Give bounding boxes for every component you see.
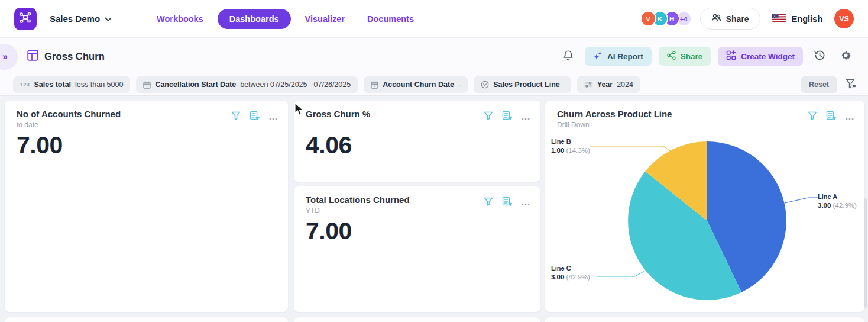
- widget-subtitle: YTD: [306, 207, 475, 215]
- next-row-widget-peek: [294, 317, 540, 322]
- pie-chart[interactable]: Line B 1.00 (14.3%) Line A 3.00 (42.9%) …: [545, 101, 864, 312]
- share-dashboard-button[interactable]: Share: [700, 8, 760, 30]
- filter-chip-sales-product-line[interactable]: Sales Product Line: [474, 76, 571, 93]
- widget-filter-button[interactable]: [484, 111, 493, 122]
- settings-button[interactable]: [836, 47, 855, 66]
- people-icon: [711, 14, 721, 24]
- widget-filter-button[interactable]: [484, 197, 493, 208]
- collaborator-avatars[interactable]: V K H +4: [640, 11, 692, 27]
- vertical-scrollbar[interactable]: [864, 198, 867, 308]
- dashboard-icon: [27, 50, 38, 63]
- filter-label: Year: [597, 80, 613, 89]
- notifications-button[interactable]: [559, 47, 578, 66]
- funnel-icon: [231, 111, 241, 122]
- create-widget-label: Create Widget: [741, 52, 795, 61]
- bell-icon: [563, 50, 574, 63]
- widget-value: 7.00: [17, 131, 63, 159]
- widget-filter-button[interactable]: [231, 111, 241, 122]
- next-row-widget-peek: [545, 317, 864, 322]
- dashboard-canvas: No of Accounts Churned to date … 7.00 Gr…: [0, 96, 868, 322]
- nav-workbooks[interactable]: Workbooks: [148, 9, 212, 29]
- pie-slices: [628, 141, 786, 300]
- widget-toolbar: …: [484, 197, 531, 208]
- widget-toolbar: …: [231, 111, 278, 122]
- filter-bar: 123 Sales total less than 5000 Cancellat…: [0, 74, 868, 96]
- widget-more-options-button[interactable]: …: [268, 114, 278, 119]
- gear-icon: [840, 50, 851, 63]
- widget-title: Gross Churn %: [306, 109, 475, 119]
- dashboard-title: Gross Churn: [44, 51, 105, 62]
- funnel-icon: [484, 111, 493, 122]
- widget-more-options-button[interactable]: …: [521, 114, 531, 119]
- widget-churn-across-product-line: Churn Across Product Line Drill Down … L…: [545, 101, 864, 312]
- filter-chip-cancellation-date[interactable]: Cancellation Start Date between 07/25/20…: [136, 76, 358, 93]
- widget-header: Total Locations Churned YTD: [306, 195, 475, 215]
- share-nodes-icon: [667, 51, 676, 62]
- dashboard-actions: AI Report Share: [559, 47, 855, 66]
- workspace-selector[interactable]: Sales Demo: [50, 14, 112, 24]
- filter-chip-year[interactable]: Year 2024: [577, 76, 640, 93]
- share-button[interactable]: Share: [659, 47, 711, 66]
- app-logo[interactable]: [14, 8, 37, 30]
- chevron-circle-icon: [481, 80, 489, 89]
- widget-notes-button[interactable]: [502, 111, 512, 122]
- filter-value: 2024: [617, 80, 633, 89]
- filter-chip-sales-total[interactable]: 123 Sales total less than 5000: [13, 76, 130, 93]
- page-title: Gross Churn: [27, 50, 105, 63]
- molecule-icon: [18, 11, 33, 27]
- funnel-gear-icon: [846, 79, 856, 91]
- app-window: Sales Demo Workbooks Dashboards Visualiz…: [0, 0, 868, 322]
- pie-label-line-b: Line B 1.00 (14.3%): [551, 137, 590, 155]
- sliders-icon: [584, 81, 593, 88]
- filter-label: Sales Product Line: [493, 80, 560, 89]
- language-selector[interactable]: English: [772, 14, 822, 24]
- reset-filters-button[interactable]: Reset: [801, 76, 837, 93]
- widget-header: Gross Churn %: [306, 109, 475, 119]
- filter-label: Cancellation Start Date: [155, 80, 236, 89]
- language-label: English: [792, 14, 822, 24]
- filter-value: between 07/25/2025 - 07/26/2025: [240, 80, 351, 89]
- widget-notes-button[interactable]: [502, 197, 512, 208]
- main-nav: Workbooks Dashboards Visualizer Document…: [148, 9, 422, 29]
- top-nav: Sales Demo Workbooks Dashboards Visualiz…: [0, 0, 868, 38]
- widget-value: 4.06: [306, 131, 352, 159]
- sparkle-icon: [593, 51, 603, 62]
- widget-toolbar: …: [484, 111, 531, 122]
- nav-visualizer[interactable]: Visualizer: [297, 9, 353, 29]
- share-label: Share: [726, 14, 749, 24]
- filter-chip-account-churn-date[interactable]: Account Churn Date -: [364, 76, 468, 93]
- filter-value: less than 5000: [75, 80, 123, 89]
- filter-label: Sales total: [34, 80, 72, 89]
- workspace-name: Sales Demo: [50, 14, 100, 24]
- sidebar-expand-button[interactable]: »: [0, 44, 18, 70]
- document-filter-icon: [502, 111, 512, 122]
- create-widget-button[interactable]: Create Widget: [718, 47, 803, 66]
- widget-subtitle: to date: [17, 121, 223, 129]
- user-avatar[interactable]: VS: [834, 9, 854, 28]
- history-icon: [814, 50, 825, 63]
- widget-title: Total Locations Churned: [306, 195, 475, 205]
- history-button[interactable]: [810, 47, 829, 66]
- share-label: Share: [681, 52, 703, 61]
- top-nav-right: V K H +4 Share: [640, 8, 854, 30]
- numeric-123-icon: 123: [20, 82, 30, 88]
- widget-notes-button[interactable]: [250, 111, 260, 122]
- widget-value: 7.00: [306, 217, 352, 245]
- chevron-down-icon: [105, 14, 112, 24]
- nav-documents[interactable]: Documents: [359, 9, 422, 29]
- widget-more-options-button[interactable]: …: [521, 200, 531, 205]
- calendar-icon: [143, 81, 151, 89]
- nav-dashboards[interactable]: Dashboards: [218, 9, 291, 29]
- widget-no-of-accounts-churned: No of Accounts Churned to date … 7.00: [5, 101, 288, 312]
- widget-header: No of Accounts Churned to date: [17, 109, 223, 129]
- ai-report-button[interactable]: AI Report: [585, 47, 652, 66]
- avatar[interactable]: V: [640, 11, 656, 27]
- ai-report-label: AI Report: [607, 52, 643, 61]
- pie-label-line-a: Line A 3.00 (42.9%): [818, 192, 857, 210]
- filter-label: Account Churn Date: [383, 80, 454, 89]
- document-filter-icon: [250, 111, 260, 122]
- filter-settings-button[interactable]: [843, 76, 859, 93]
- filter-value: -: [458, 80, 461, 89]
- calendar-icon: [371, 81, 378, 89]
- widget-gross-churn-pct: Gross Churn % … 4.06: [294, 101, 540, 182]
